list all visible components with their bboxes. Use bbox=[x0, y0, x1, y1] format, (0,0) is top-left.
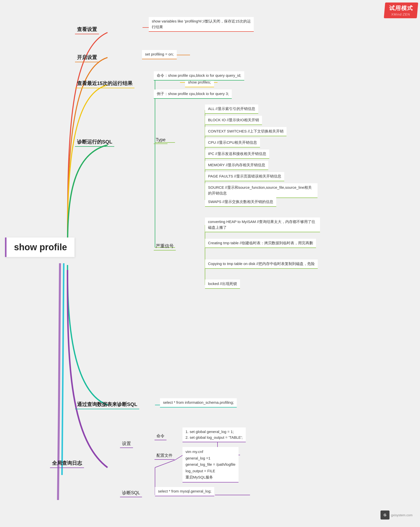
branch-query-table: 通过查询数据表来诊断SQL bbox=[75, 400, 139, 409]
type-source: SOURCE //显示和source_function,source_file,… bbox=[205, 183, 318, 198]
signal-locked: locked //出现死锁 bbox=[205, 280, 240, 289]
leaf-diagnose-sql: select * from mysql.general_log; bbox=[155, 487, 214, 496]
leaf-cmd: 1. set global general_log = 1;2. set glo… bbox=[182, 428, 246, 442]
type-all: ALL //显示索引引的开销信息 bbox=[205, 104, 258, 114]
type-swaps: SWAPS //显示交换次数相关开销的信息 bbox=[205, 198, 276, 207]
leaf-check-settings: show variables like 'profiling%';//默认关闭，… bbox=[149, 17, 254, 32]
topic-diagnose-sql: 诊断SQL bbox=[120, 489, 142, 497]
topic-serious-signal: 严重信号 bbox=[154, 242, 176, 250]
root-node: show profile bbox=[5, 238, 74, 257]
type-blockio: BLOCK IO //显示块IO相关开销 bbox=[205, 116, 262, 125]
leaf-query-table: select * from information_schema.profili… bbox=[160, 398, 237, 408]
watermark-icon: G bbox=[380, 510, 390, 520]
signal-heap: converting HEAP to MyISAM //查询结果太大，内存都不够… bbox=[205, 218, 320, 232]
type-pagefaults: PAGE FAULTS //显示页面错误相关开销信息 bbox=[205, 172, 284, 181]
leaf-enable-settings: set profiling = on; bbox=[142, 50, 177, 59]
trial-badge: 试用模式 XMind:ZEN bbox=[384, 2, 418, 18]
branch-global-log: 全局查询日志 bbox=[50, 459, 84, 468]
topic-type: Type bbox=[154, 136, 168, 144]
main-container: 试用模式 XMind:ZEN bbox=[0, 0, 420, 527]
trial-title: 试用模式 bbox=[389, 4, 414, 12]
signal-copy-disk: Copying to tmp table on disk //把内存中临时表复制… bbox=[205, 260, 318, 269]
leaf-diagnose-cmd: 命令：show profile cpu,block io for query q… bbox=[154, 71, 244, 80]
trial-subtitle: XMind:ZEN bbox=[388, 12, 413, 16]
branch-diagnose-sql: 诊断运行的SQL bbox=[75, 138, 114, 147]
svg-line-26 bbox=[155, 460, 175, 468]
topic-settings: 设置 bbox=[120, 440, 133, 448]
type-ipc: IPC //显示发送和接收相关开销信息 bbox=[205, 150, 269, 159]
branch-check-settings: 查看设置 bbox=[75, 25, 99, 34]
type-context: CONTEXT SWITCHES //上下文切换相关开销 bbox=[205, 127, 286, 136]
type-memory: MEMORY //显示内存相关开销信息 bbox=[205, 161, 268, 170]
type-cpu: CPU //显示CPU相关开销信息 bbox=[205, 138, 260, 148]
topic-cmd-label: 命令 bbox=[154, 432, 166, 440]
branch-view-recent: 查看最近15次的运行结果 bbox=[75, 79, 134, 88]
topic-cfg-label: 配置文件 bbox=[154, 452, 174, 460]
signal-tmptable: Creating tmp table //创建临时表：拷贝数据到临时表，用完再删 bbox=[205, 239, 316, 248]
branch-enable-settings: 开启设置 bbox=[75, 53, 99, 62]
watermark: G gxisystem.com bbox=[380, 510, 412, 520]
leaf-cfg: vim my.cnfgeneral_log =1general_log_file… bbox=[182, 447, 238, 482]
watermark-site: gxisystem.com bbox=[391, 513, 412, 517]
leaf-diagnose-example: 例子：show profile cpu,block io for query 3… bbox=[154, 90, 232, 99]
